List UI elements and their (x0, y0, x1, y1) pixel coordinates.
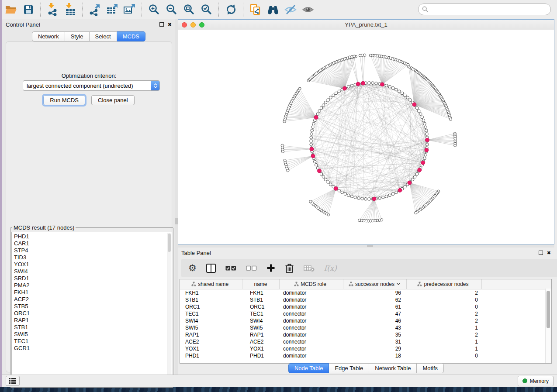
zoom-out-icon[interactable] (164, 2, 179, 17)
table-scrollbar[interactable] (545, 289, 551, 363)
import-network-icon[interactable] (45, 2, 60, 17)
mcds-result-item[interactable]: SRD1 (14, 275, 172, 282)
binoculars-icon[interactable] (266, 2, 280, 17)
table-row[interactable]: STB1STB1dominator620 (180, 296, 551, 303)
column-header-shared-name[interactable]: shared name (180, 279, 242, 289)
memory-label: Memory (530, 378, 549, 384)
table-row[interactable]: ORC1ORC1dominator610 (180, 303, 551, 310)
mcds-result-list[interactable]: PHD1CAR1STP4TID3YOX1SWI4SRD1PMA2FKH1ACE2… (11, 232, 172, 385)
export-image-icon[interactable] (122, 2, 137, 17)
column-header-filler (481, 279, 551, 289)
create-column-icon[interactable] (266, 264, 275, 272)
float-panel-icon[interactable] (539, 251, 543, 255)
run-mcds-button[interactable]: Run MCDS (43, 95, 85, 105)
table-row[interactable]: SWI5SWI5connector431 (180, 324, 551, 331)
mcds-result-item[interactable]: RAP1 (14, 317, 172, 324)
refresh-view-icon[interactable] (224, 2, 239, 17)
control-panel: Control Panel ✖ NetworkStyleSelectMCDS O… (2, 19, 175, 375)
mcds-result-item[interactable]: STB1 (14, 324, 172, 331)
table-row[interactable]: PHD1PHD1dominator180 (180, 352, 551, 359)
table-row[interactable]: ACE2ACE2connector311 (180, 338, 551, 345)
mcds-result-item[interactable]: CAR1 (14, 240, 172, 247)
tab-mcds[interactable]: MCDS (117, 31, 145, 41)
tab-network[interactable]: Network (32, 31, 65, 41)
mcds-result-item[interactable]: TEC1 (14, 338, 172, 345)
select-all-rows-icon[interactable] (225, 265, 236, 271)
mcds-result-item[interactable]: STP4 (14, 247, 172, 254)
column-header-MCDS-role[interactable]: MCDS role (279, 279, 343, 289)
tab-network-table[interactable]: Network Table (369, 363, 417, 373)
close-panel-icon[interactable]: ✖ (547, 251, 551, 255)
mcds-list-scrollbar[interactable] (167, 233, 171, 385)
mcds-result-item[interactable]: YOX1 (14, 261, 172, 268)
tab-node-table[interactable]: Node Table (288, 363, 329, 373)
tab-edge-table[interactable]: Edge Table (329, 363, 369, 373)
horizontal-splitter[interactable] (178, 244, 554, 248)
mcds-result-item[interactable]: PHD1 (14, 233, 172, 240)
minimize-window-icon[interactable] (190, 22, 196, 28)
delete-columns-trash-icon[interactable] (285, 263, 294, 273)
mcds-result-item[interactable]: ACE2 (14, 296, 172, 303)
import-table-icon[interactable] (63, 2, 78, 17)
table-row[interactable]: TEC1TEC1connector472 (180, 310, 551, 317)
task-history-button[interactable] (6, 376, 20, 386)
search-input[interactable] (431, 6, 547, 13)
search-field[interactable] (418, 3, 551, 15)
table-mode-gear-icon[interactable]: ⚙ (188, 264, 197, 272)
optimization-criterion-select[interactable]: largest connected component (undirected) (23, 80, 160, 91)
close-panel-button[interactable]: Close panel (91, 95, 135, 105)
toolbar-separator (243, 3, 244, 17)
close-panel-icon[interactable]: ✖ (168, 22, 172, 27)
mcds-result-item[interactable]: FKH1 (14, 289, 172, 296)
mcds-result-item[interactable]: SWI4 (14, 268, 172, 275)
show-columns-icon[interactable] (206, 264, 216, 273)
network-view-window: YPA_prune.txt_1 (178, 19, 554, 244)
save-session-icon[interactable] (21, 2, 36, 17)
export-network-icon[interactable] (87, 2, 102, 17)
clone-network-icon[interactable] (248, 2, 263, 17)
mcds-result-item[interactable]: STB5 (14, 303, 172, 310)
deselect-all-rows-icon[interactable] (246, 265, 257, 271)
table-type-tabs: Node TableEdge TableNetwork TableMotifs (178, 363, 554, 373)
column-header-successor-nodes[interactable]: successor nodes (343, 279, 406, 289)
table-panel: Table Panel ✖ ⚙ f(x) shared namenameM (178, 248, 554, 375)
mcds-result-item[interactable]: TID3 (14, 254, 172, 261)
mcds-result-item[interactable]: GCR1 (14, 345, 172, 352)
table-row[interactable]: FKH1FKH1dominator962 (180, 289, 551, 297)
show-all-eye-icon[interactable] (301, 2, 315, 17)
network-window-titlebar[interactable]: YPA_prune.txt_1 (178, 20, 554, 30)
memory-button[interactable]: Memory (518, 376, 554, 386)
mcds-result-item[interactable]: ORC1 (14, 310, 172, 317)
mcds-result-item[interactable]: SWI5 (14, 331, 172, 338)
maximize-window-icon[interactable] (199, 22, 204, 28)
column-header-predecessor-nodes[interactable]: predecessor nodes (406, 279, 481, 289)
memory-status-icon (522, 378, 527, 383)
optimization-criterion-label: Optimization criterion: (6, 72, 172, 79)
network-window-title: YPA_prune.txt_1 (178, 21, 554, 28)
column-header-name[interactable]: name (242, 279, 279, 289)
node-table[interactable]: shared namenameMCDS rolesuccessor nodesp… (180, 279, 552, 364)
table-row[interactable]: YOX1YOX1connector291 (180, 345, 551, 352)
tab-select[interactable]: Select (90, 31, 117, 41)
mcds-result-item[interactable]: PMA2 (14, 282, 172, 289)
zoom-in-icon[interactable] (147, 2, 162, 17)
network-canvas[interactable] (178, 30, 554, 244)
mcds-result-fieldset: MCDS result (17 nodes) PHD1CAR1STP4TID3Y… (10, 224, 173, 388)
tab-motifs[interactable]: Motifs (417, 363, 444, 373)
node-attribute-table: shared namenameMCDS rolesuccessor nodesp… (180, 279, 551, 359)
close-window-icon[interactable] (182, 22, 187, 28)
table-toolbar: ⚙ f(x) (181, 259, 557, 277)
hide-selected-eye-slash-icon[interactable] (283, 2, 298, 17)
zoom-selected-icon[interactable] (199, 2, 214, 17)
search-icon (422, 6, 429, 13)
tab-style[interactable]: Style (65, 31, 90, 41)
table-row[interactable]: SWI4SWI4dominator462 (180, 317, 551, 324)
mcds-tab-content: Optimization criterion: largest connecte… (6, 41, 172, 372)
toolbar-separator (82, 3, 83, 17)
float-panel-icon[interactable] (159, 22, 164, 27)
table-row[interactable]: RAP1RAP1dominator352 (180, 331, 551, 338)
table-scrollbar-thumb[interactable] (547, 291, 550, 328)
open-file-icon[interactable] (3, 2, 18, 17)
export-table-icon[interactable] (105, 2, 120, 17)
zoom-fit-icon[interactable] (182, 2, 197, 17)
